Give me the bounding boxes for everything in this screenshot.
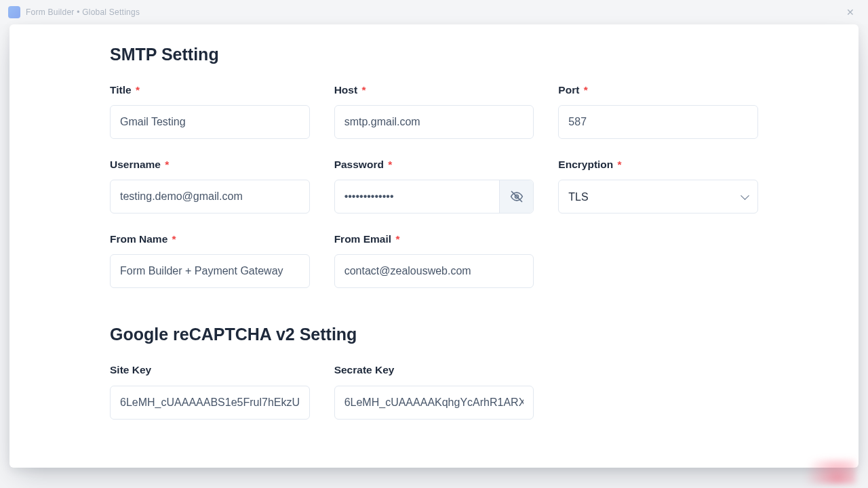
required-marker: * xyxy=(172,233,176,245)
port-input[interactable] xyxy=(559,106,757,138)
from-email-input[interactable] xyxy=(335,255,534,287)
label-password-text: Password xyxy=(334,159,384,170)
settings-modal: SMTP Setting Title * Host * Port * xyxy=(9,24,859,468)
control-encryption: TLS xyxy=(558,180,758,214)
recaptcha-grid: Site Key Secrate Key xyxy=(110,363,758,419)
required-marker: * xyxy=(388,159,392,170)
close-icon[interactable]: ✕ xyxy=(841,6,860,18)
control-title xyxy=(110,105,310,139)
label-encryption: Encryption * xyxy=(558,158,758,171)
from-name-input[interactable] xyxy=(111,255,309,287)
label-port-text: Port xyxy=(558,84,579,96)
field-from-email: From Email * xyxy=(334,232,534,288)
breadcrumb: Form Builder • Global Settings xyxy=(26,7,140,17)
label-site-key-text: Site Key xyxy=(110,364,151,375)
label-secret-key-text: Secrate Key xyxy=(334,364,395,375)
control-host xyxy=(334,105,534,139)
control-username xyxy=(110,180,310,214)
label-from-name-text: From Name xyxy=(110,233,167,245)
app-logo xyxy=(8,6,20,18)
password-input[interactable] xyxy=(335,180,500,213)
field-title: Title * xyxy=(110,83,310,139)
field-secret-key: Secrate Key xyxy=(334,363,534,419)
encryption-select[interactable]: TLS xyxy=(559,180,757,213)
backdrop-header: Form Builder • Global Settings ✕ xyxy=(0,0,868,24)
control-from-email xyxy=(334,254,534,288)
field-site-key: Site Key xyxy=(110,363,310,419)
field-encryption: Encryption * TLS xyxy=(558,158,758,214)
control-secret-key xyxy=(334,386,534,420)
control-from-name xyxy=(110,254,310,288)
secret-key-input[interactable] xyxy=(335,386,534,419)
label-username: Username * xyxy=(110,158,310,171)
field-password: Password * xyxy=(334,158,534,214)
required-marker: * xyxy=(395,233,399,245)
smtp-grid: Title * Host * Port * xyxy=(110,83,758,288)
label-port: Port * xyxy=(558,83,758,97)
field-port: Port * xyxy=(558,83,758,139)
control-site-key xyxy=(110,386,310,420)
recaptcha-heading: Google reCAPTCHA v2 Setting xyxy=(110,325,758,344)
smtp-heading: SMTP Setting xyxy=(110,45,758,64)
label-title: Title * xyxy=(110,83,310,97)
label-title-text: Title xyxy=(110,84,132,96)
label-from-email: From Email * xyxy=(334,232,534,246)
field-host: Host * xyxy=(334,83,534,139)
label-site-key: Site Key xyxy=(110,363,310,377)
label-host: Host * xyxy=(334,83,534,97)
spacer xyxy=(558,232,758,288)
host-input[interactable] xyxy=(335,106,534,138)
label-encryption-text: Encryption xyxy=(558,159,613,170)
site-key-input[interactable] xyxy=(111,386,309,419)
required-marker: * xyxy=(136,84,140,96)
required-marker: * xyxy=(165,159,169,170)
title-input[interactable] xyxy=(111,106,309,138)
control-password xyxy=(334,180,534,214)
field-from-name: From Name * xyxy=(110,232,310,288)
label-username-text: Username xyxy=(110,159,161,170)
label-from-email-text: From Email xyxy=(334,233,391,245)
control-port xyxy=(558,105,758,139)
label-host-text: Host xyxy=(334,84,357,96)
required-marker: * xyxy=(618,159,622,170)
eye-off-icon xyxy=(510,190,524,203)
required-marker: * xyxy=(361,84,366,96)
label-from-name: From Name * xyxy=(110,232,310,246)
username-input[interactable] xyxy=(111,180,309,213)
label-password: Password * xyxy=(334,158,534,171)
field-username: Username * xyxy=(110,158,310,214)
spacer xyxy=(558,363,758,419)
toggle-password-visibility[interactable] xyxy=(499,180,533,213)
required-marker: * xyxy=(584,84,588,96)
label-secret-key: Secrate Key xyxy=(334,363,534,377)
